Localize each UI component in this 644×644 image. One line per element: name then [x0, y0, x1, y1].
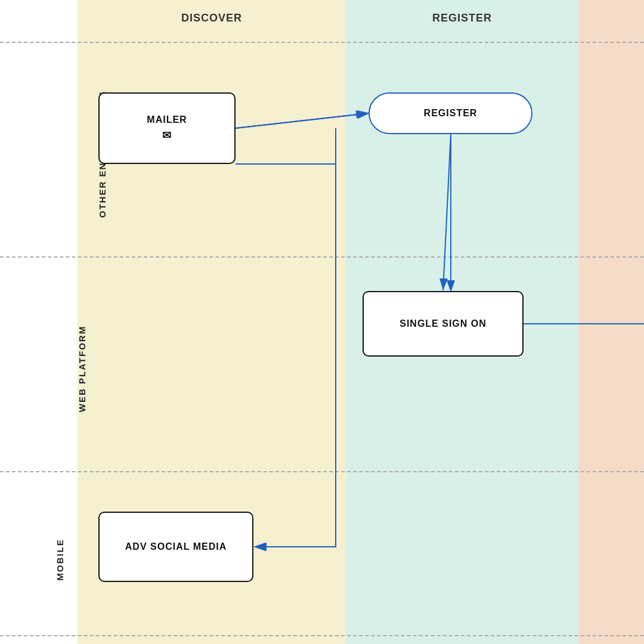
header-register: REGISTER: [346, 12, 578, 24]
adv-social-media-label: ADV SOCIAL MEDIA: [125, 541, 227, 552]
header-discover: DISCOVER: [78, 12, 346, 24]
register-box: REGISTER: [369, 92, 532, 134]
col-left-bg: [0, 0, 78, 644]
adv-social-media-box: ADV SOCIAL MEDIA: [98, 512, 253, 582]
dashed-line-footer: [0, 635, 644, 636]
col-right-bg: [578, 0, 644, 644]
mailer-label: MAILER: [147, 114, 187, 125]
single-sign-on-label: SINGLE SIGN ON: [400, 318, 487, 329]
dashed-line-top: [0, 42, 644, 43]
register-label: REGISTER: [424, 108, 478, 119]
dashed-line-mid: [0, 256, 644, 258]
mail-icon: ✉: [162, 129, 172, 142]
dashed-line-bottom: [0, 471, 644, 472]
single-sign-on-box: SINGLE SIGN ON: [363, 291, 524, 357]
row-label-mobile: MOBILE: [55, 538, 65, 580]
row-label-web-platform: WEB PLATFORM: [77, 326, 87, 412]
diagram-container: DISCOVER REGISTER OTHER ENVIRONMENTS WEB…: [0, 0, 644, 644]
mailer-box: MAILER ✉: [98, 92, 236, 164]
